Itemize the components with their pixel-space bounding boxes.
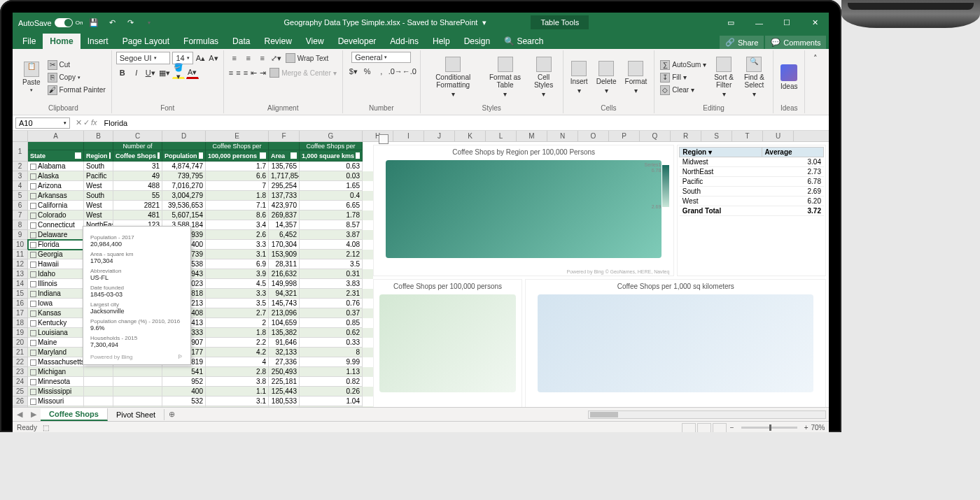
row-header[interactable]: 15 (13, 289, 28, 299)
cell[interactable]: 55 (113, 191, 162, 201)
cell[interactable]: 145,743 (269, 299, 300, 308)
cell[interactable]: Missouri (28, 397, 84, 406)
cell[interactable]: Illinois (28, 279, 84, 289)
col-header-J[interactable]: J (424, 131, 455, 141)
cell[interactable]: 5,607,154 (162, 210, 206, 220)
share-button[interactable]: 🔗 Share (720, 36, 764, 49)
sheet-tab-pivot-sheet[interactable]: Pivot Sheet (108, 409, 164, 420)
cell[interactable]: Colorado (28, 210, 84, 220)
cell[interactable]: 2821 (113, 201, 162, 210)
cell[interactable]: 0.63 (300, 162, 363, 171)
row-header[interactable]: 11 (13, 250, 28, 259)
formula-input[interactable] (100, 117, 830, 129)
table-header-region[interactable]: Region (84, 150, 113, 162)
tab-formulas[interactable]: Formulas (176, 34, 225, 49)
cell[interactable]: 149,998 (269, 279, 300, 289)
cell[interactable]: South (84, 162, 113, 171)
cell[interactable]: 541 (162, 367, 206, 377)
cell[interactable]: 295,254 (269, 181, 300, 191)
row-header[interactable]: 12 (13, 259, 28, 269)
cell[interactable]: 125,443 (269, 387, 300, 397)
cell[interactable]: 0.03 (300, 171, 363, 181)
table-header-coffee-shops[interactable]: Coffee Shops (113, 150, 162, 162)
col-header-H[interactable]: H (363, 131, 393, 141)
col-header-Q[interactable]: Q (640, 131, 671, 141)
cell[interactable]: 3.5 (300, 259, 363, 269)
ideas-button[interactable]: Ideas (778, 63, 800, 92)
cell[interactable] (84, 377, 113, 387)
row-header[interactable]: 19 (13, 328, 28, 338)
cell[interactable]: Maryland (28, 348, 84, 357)
collapse-ribbon-icon[interactable]: ˄ (809, 52, 822, 64)
cell[interactable]: South (84, 191, 113, 201)
row-header[interactable]: 20 (13, 338, 28, 348)
row-header[interactable]: 21 (13, 348, 28, 357)
map-chart-region[interactable]: Coffee Shops by Region per 100,000 Perso… (373, 145, 674, 276)
cell[interactable]: 153,909 (269, 250, 300, 259)
table-header--square-kms[interactable]: 1,000 square kms (300, 150, 363, 162)
cell[interactable]: 6,452 (269, 230, 300, 240)
cell[interactable]: 2 (206, 318, 269, 328)
cell[interactable]: 9.99 (300, 357, 363, 367)
cell[interactable]: 739,795 (162, 171, 206, 181)
row-header[interactable]: 22 (13, 357, 28, 367)
clear-button[interactable]: ◇Clear▾ (659, 85, 696, 96)
bold-button[interactable]: B (116, 66, 129, 79)
cell[interactable]: 7 (206, 181, 269, 191)
cell[interactable]: Louisiana (28, 328, 84, 338)
row-header[interactable]: 6 (13, 201, 28, 210)
cell[interactable]: Georgia (28, 250, 84, 259)
tab-review[interactable]: Review (257, 34, 298, 49)
table-header-population[interactable]: Population (162, 150, 206, 162)
cell[interactable]: 1.13 (300, 367, 363, 377)
normal-view-icon[interactable] (682, 423, 696, 433)
col-header-R[interactable]: R (671, 131, 701, 141)
cell[interactable]: 36 (113, 406, 162, 407)
cell[interactable]: 31 (113, 162, 162, 171)
cell[interactable] (113, 397, 162, 406)
cell[interactable]: 28,311 (269, 259, 300, 269)
name-box[interactable]: A10▾ (15, 117, 70, 129)
cell[interactable]: 0.82 (300, 377, 363, 387)
cell[interactable]: 94,321 (269, 289, 300, 299)
tab-file[interactable]: File (15, 34, 43, 49)
page-break-view-icon[interactable] (713, 423, 727, 433)
cell[interactable]: 3.8 (206, 377, 269, 387)
cell[interactable]: 0.37 (300, 308, 363, 318)
cell[interactable]: 1.78 (300, 210, 363, 220)
cell[interactable]: Kentucky (28, 318, 84, 328)
zoom-level[interactable]: 70% (811, 424, 825, 431)
cell[interactable]: 3.87 (300, 230, 363, 240)
tab-help[interactable]: Help (426, 34, 457, 49)
cell[interactable]: 6.9 (206, 259, 269, 269)
save-icon[interactable]: 💾 (87, 16, 101, 30)
increase-decimal-icon[interactable]: .0→ (389, 65, 402, 78)
cell[interactable]: 1.8 (206, 328, 269, 338)
cell[interactable] (113, 377, 162, 387)
col-header-P[interactable]: P (609, 131, 640, 141)
undo-icon[interactable]: ↶ (105, 16, 119, 30)
format-cells-button[interactable]: Format▾ (622, 59, 650, 96)
cell[interactable]: Kansas (28, 308, 84, 318)
col-header-L[interactable]: L (486, 131, 517, 141)
row-header[interactable]: 18 (13, 318, 28, 328)
worksheet[interactable]: ABCDEFGHIJKLMNOPQRSTU 1Number ofCoffee S… (13, 131, 829, 407)
row-header[interactable]: 13 (13, 269, 28, 279)
filter-dropdown-icon[interactable] (109, 152, 111, 159)
col-header-A[interactable]: A (28, 131, 84, 141)
row-header[interactable]: 10 (13, 240, 28, 250)
cell[interactable]: 6.6 (206, 171, 269, 181)
cell[interactable]: 49 (113, 171, 162, 181)
cell[interactable]: 7,016,270 (162, 181, 206, 191)
map-chart-sqkm[interactable]: Coffee Shops per 1,000 sq kilometers (525, 279, 826, 407)
border-button[interactable]: ▦▾ (158, 66, 171, 79)
cell[interactable]: 7.1 (206, 201, 269, 210)
orientation-icon[interactable]: ⤢▾ (270, 52, 283, 64)
tab-developer[interactable]: Developer (331, 34, 384, 49)
decrease-indent-icon[interactable]: ⇤ (250, 66, 258, 79)
cell[interactable]: 91,646 (269, 338, 300, 348)
col-header-O[interactable]: O (578, 131, 609, 141)
underline-button[interactable]: U▾ (144, 66, 157, 79)
flag-icon[interactable]: 🏳 (178, 354, 183, 360)
close-icon[interactable]: ✕ (801, 13, 829, 33)
